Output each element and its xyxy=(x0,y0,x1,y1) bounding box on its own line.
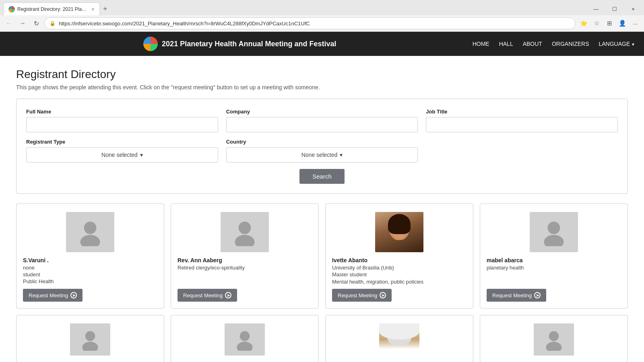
request-meeting-arrow-icon-2: ➤ xyxy=(380,292,386,298)
tab-favicon xyxy=(8,6,15,12)
bottom-avatar-0 xyxy=(70,323,110,356)
avatar-container-1 xyxy=(178,212,312,252)
bottom-avatar-2 xyxy=(379,323,419,356)
job-title-input[interactable] xyxy=(426,117,618,132)
bottom-card-3 xyxy=(480,315,628,362)
person-company-0: none xyxy=(23,265,35,271)
site-nav: 2021 Planetary Health Annual Meeting and… xyxy=(0,32,644,56)
nav-hall[interactable]: HALL xyxy=(498,39,514,49)
registrant-type-select[interactable]: None selected ▾ xyxy=(26,147,218,162)
request-meeting-button-2[interactable]: Request Meeting ➤ xyxy=(332,289,392,302)
request-meeting-label-1: Request Meeting xyxy=(183,292,223,298)
avatar-container-2 xyxy=(332,212,466,252)
person-category-0: Public Health xyxy=(23,278,54,284)
people-grid: S.Varuni . none student Public Health Re… xyxy=(16,204,628,309)
avatar-placeholder-1 xyxy=(221,212,269,252)
full-name-label: Full Name xyxy=(26,109,218,115)
person-role-2: Master student xyxy=(332,272,367,278)
site-nav-links: HOME HALL ABOUT ORGANIZERS LANGUAGE xyxy=(472,39,636,49)
request-meeting-label-3: Request Meeting xyxy=(492,292,532,298)
search-button[interactable]: Search xyxy=(299,169,345,184)
person-name-3: mabel abarca xyxy=(487,257,523,263)
person-company-2: University of Brasilia (Unb) xyxy=(332,265,394,271)
country-arrow-icon: ▾ xyxy=(340,152,343,158)
svg-point-6 xyxy=(85,331,95,341)
request-meeting-button-1[interactable]: Request Meeting ➤ xyxy=(178,289,237,302)
profile-icon[interactable]: 👤 xyxy=(617,18,628,29)
lock-icon: 🔒 xyxy=(50,21,56,26)
split-screen-icon[interactable]: ⊞ xyxy=(604,18,615,29)
country-group: Country None selected ▾ xyxy=(226,139,418,162)
tab-close-button[interactable]: × xyxy=(91,6,95,12)
person-silhouette-icon-1 xyxy=(231,218,259,246)
request-meeting-label-2: Request Meeting xyxy=(338,292,377,298)
forward-button[interactable]: → xyxy=(17,18,28,29)
maximize-button[interactable]: ☐ xyxy=(605,2,624,15)
person-company-1: Retired clergy/eco-spirituality xyxy=(178,265,245,271)
request-meeting-button-0[interactable]: Request Meeting ➤ xyxy=(23,289,83,302)
svg-point-2 xyxy=(239,222,251,234)
full-name-group: Full Name xyxy=(26,109,218,132)
bottom-card-2 xyxy=(325,315,473,362)
back-button[interactable]: ← xyxy=(3,18,14,29)
nav-language[interactable]: LANGUAGE xyxy=(598,39,636,49)
page-title: Registrant Directory xyxy=(16,68,628,81)
address-bar-row: ← → ↻ 🔒 https://infservicebr.swoogo.com/… xyxy=(0,15,644,31)
person-desc-2: Mental health, migration, public policie… xyxy=(332,278,423,286)
close-button[interactable]: × xyxy=(624,2,642,15)
request-meeting-arrow-icon-1: ➤ xyxy=(225,292,231,298)
browser-chrome: Registrant Directory: 2021 Plane... × + … xyxy=(0,0,644,32)
window-controls: — ☐ × xyxy=(587,2,644,15)
filter-row-2: Registrant Type None selected ▾ Country … xyxy=(26,139,618,162)
new-tab-button[interactable]: + xyxy=(100,2,111,15)
request-meeting-arrow-icon-3: ➤ xyxy=(534,292,541,298)
person-silhouette-icon-0 xyxy=(76,218,104,246)
filter-row-1: Full Name Company Job Title xyxy=(26,109,618,132)
collections-icon[interactable]: ⭐ xyxy=(578,18,589,29)
job-title-group: Job Title xyxy=(426,109,618,132)
filter-card: Full Name Company Job Title Registrant T… xyxy=(16,99,628,194)
browser-toolbar: ⭐ ☆ ⊞ 👤 ··· xyxy=(578,18,641,29)
person-name-1: Rev. Ann Aaberg xyxy=(178,257,222,263)
registrant-type-group: Registrant Type None selected ▾ xyxy=(26,139,218,162)
tab-title: Registrant Directory: 2021 Plane... xyxy=(17,6,87,12)
address-bar[interactable]: 🔒 https://infservicebr.swoogo.com/2021_P… xyxy=(44,17,576,29)
full-name-input[interactable] xyxy=(26,117,218,132)
nav-home[interactable]: HOME xyxy=(472,39,490,49)
bottom-person-icon-0 xyxy=(79,328,101,351)
company-group: Company xyxy=(226,109,418,132)
svg-point-0 xyxy=(84,222,97,234)
avatar-placeholder-0 xyxy=(66,212,114,252)
svg-point-4 xyxy=(548,222,560,234)
country-label: Country xyxy=(226,139,418,145)
svg-point-8 xyxy=(240,331,250,341)
avatar-container-3 xyxy=(487,212,621,252)
registrant-type-arrow-icon: ▾ xyxy=(140,152,143,158)
site-logo xyxy=(143,37,158,51)
person-card-2: Ivette Abanto University of Brasilia (Un… xyxy=(325,204,473,309)
avatar-photo-2 xyxy=(375,212,423,252)
person-role-0: student xyxy=(23,272,40,278)
country-select[interactable]: None selected ▾ xyxy=(226,147,418,162)
country-value: None selected xyxy=(301,152,338,158)
request-meeting-button-3[interactable]: Request Meeting ➤ xyxy=(487,289,546,302)
more-menu-icon[interactable]: ··· xyxy=(630,18,641,29)
refresh-button[interactable]: ↻ xyxy=(31,18,42,29)
minimize-button[interactable]: — xyxy=(587,2,605,15)
svg-point-11 xyxy=(546,342,561,351)
registrant-type-value: None selected xyxy=(101,152,138,158)
person-card-1: Rev. Ann Aaberg Retired clergy/eco-spiri… xyxy=(171,204,319,309)
job-title-label: Job Title xyxy=(426,109,618,115)
nav-about[interactable]: ABOUT xyxy=(522,39,543,49)
nav-organizers[interactable]: ORGANIZERS xyxy=(551,39,590,49)
avatar-placeholder-3 xyxy=(530,212,578,252)
company-input[interactable] xyxy=(226,117,418,132)
svg-point-9 xyxy=(237,342,252,351)
favorites-icon[interactable]: ☆ xyxy=(591,18,602,29)
person-company-3: planetary health xyxy=(487,265,524,271)
company-label: Company xyxy=(226,109,418,115)
svg-point-7 xyxy=(82,342,98,351)
site-brand: 2021 Planetary Health Annual Meeting and… xyxy=(8,37,472,51)
bottom-avatar-1 xyxy=(225,323,265,356)
active-tab[interactable]: Registrant Directory: 2021 Plane... × xyxy=(3,2,100,15)
